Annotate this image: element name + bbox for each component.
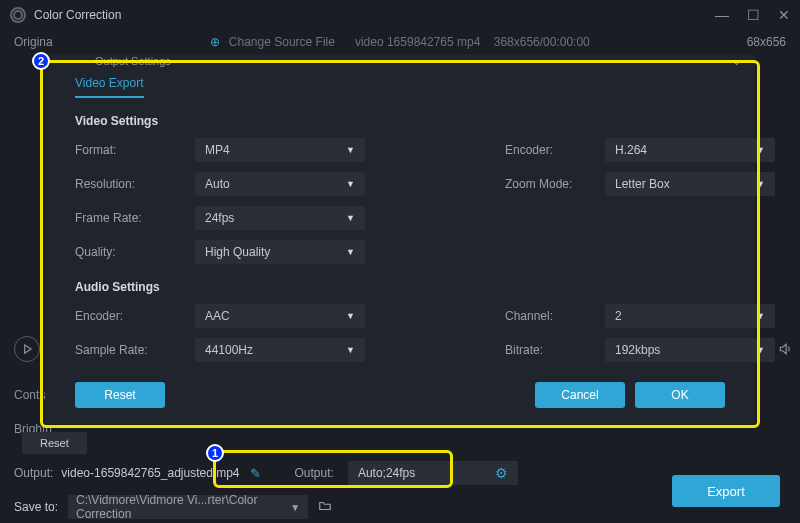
chevron-down-icon: ▼ (346, 145, 355, 155)
open-folder-icon[interactable] (318, 499, 332, 516)
output-settings-dialog: Output Settings ⌄ Video Export Video Set… (45, 54, 755, 424)
tab-video-export[interactable]: Video Export (75, 76, 144, 98)
chevron-down-icon: ▼ (756, 179, 765, 189)
framerate-label: Frame Rate: (75, 211, 185, 225)
audio-settings-heading: Audio Settings (75, 280, 725, 294)
bitrate-label: Bitrate: (505, 343, 595, 357)
source-file-meta: 368x656/00:00:00 (494, 35, 590, 49)
bitrate-select[interactable]: 192kbps▼ (605, 338, 775, 362)
source-file-area: ⊕ Change Source File video 1659842765 mp… (53, 35, 747, 49)
audio-encoder-select[interactable]: AAC▼ (195, 304, 365, 328)
zoom-label: Zoom Mode: (505, 177, 595, 191)
saveto-path-value: C:\Vidmore\Vidmore Vi...rter\Color Corre… (76, 493, 290, 521)
app-icon (10, 7, 26, 23)
window-title: Color Correction (34, 8, 121, 22)
chevron-down-icon: ▼ (346, 311, 355, 321)
saveto-path-select[interactable]: C:\Vidmore\Vidmore Vi...rter\Color Corre… (68, 495, 308, 519)
chevron-down-icon: ▼ (346, 213, 355, 223)
resolution-select[interactable]: Auto▼ (195, 172, 365, 196)
dialog-cancel-button[interactable]: Cancel (535, 382, 625, 408)
chevron-down-icon: ▼ (756, 311, 765, 321)
chevron-down-icon: ▼ (756, 145, 765, 155)
samplerate-select[interactable]: 44100Hz▼ (195, 338, 365, 362)
chevron-down-icon: ▼ (290, 502, 300, 513)
output-settings-value: Auto;24fps (358, 466, 415, 480)
audio-encoder-label: Encoder: (75, 309, 185, 323)
resolution-label: Resolution: (75, 177, 185, 191)
output-settings-box[interactable]: Auto;24fps ⚙ (348, 461, 518, 485)
samplerate-label: Sample Rate: (75, 343, 185, 357)
format-label: Format: (75, 143, 185, 157)
format-select[interactable]: MP4▼ (195, 138, 365, 162)
video-settings-heading: Video Settings (75, 114, 725, 128)
saveto-label: Save to: (14, 500, 58, 514)
quality-label: Quality: (75, 245, 185, 259)
export-button[interactable]: Export (672, 475, 780, 507)
encoder-label: Encoder: (505, 143, 595, 157)
chevron-down-icon: ▼ (346, 345, 355, 355)
minimize-button[interactable]: — (715, 8, 729, 22)
play-icon[interactable] (14, 336, 40, 362)
chevron-down-icon: ▼ (756, 345, 765, 355)
quality-select[interactable]: High Quality▼ (195, 240, 365, 264)
reset-button-main[interactable]: Reset (22, 432, 87, 454)
close-button[interactable]: ✕ (778, 8, 790, 22)
source-file-name: video 1659842765 mp4 (355, 35, 480, 49)
dialog-reset-button[interactable]: Reset (75, 382, 165, 408)
output-filename: video-1659842765_adjusted.mp4 (61, 466, 239, 480)
edit-filename-icon[interactable]: ✎ (250, 466, 261, 481)
framerate-select[interactable]: 24fps▼ (195, 206, 365, 230)
volume-icon[interactable] (774, 338, 796, 360)
channel-label: Channel: (505, 309, 595, 323)
dimensions-label: 68x656 (747, 35, 786, 49)
output-settings-label: Output: (295, 466, 334, 480)
top-strip: Origina ⊕ Change Source File video 16598… (0, 30, 800, 54)
add-icon[interactable]: ⊕ (210, 35, 220, 49)
encoder-select[interactable]: H.264▼ (605, 138, 775, 162)
zoom-select[interactable]: Letter Box▼ (605, 172, 775, 196)
gear-icon[interactable]: ⚙ (495, 465, 508, 481)
chevron-down-icon: ▼ (346, 247, 355, 257)
dialog-collapse-icon[interactable]: ⌄ (732, 55, 741, 68)
dialog-ok-button[interactable]: OK (635, 382, 725, 408)
preview-label-left: Origina (14, 35, 53, 49)
titlebar: Color Correction — ☐ ✕ (0, 0, 800, 30)
change-source-label[interactable]: Change Source File (229, 35, 335, 49)
channel-select[interactable]: 2▼ (605, 304, 775, 328)
output-label: Output: (14, 466, 53, 480)
maximize-button[interactable]: ☐ (747, 8, 760, 22)
chevron-down-icon: ▼ (346, 179, 355, 189)
dialog-title: Output Settings (95, 55, 171, 67)
